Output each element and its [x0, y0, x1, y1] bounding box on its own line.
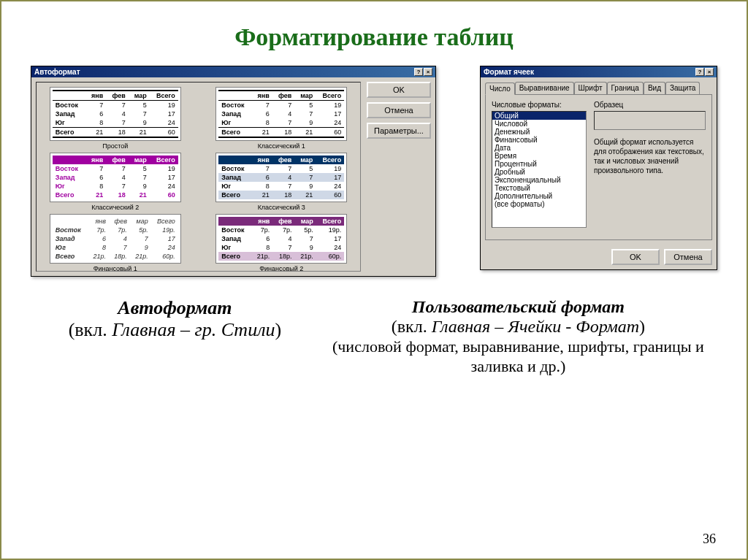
dialogs-row: Автоформат ? × янвфевмарВсегоВосток77519…	[31, 66, 717, 277]
slide-title: Форматирование таблиц	[31, 23, 717, 51]
tab-1[interactable]: Выравнивание	[515, 82, 574, 94]
captions-row: Автоформат (вкл. Главная – гр. Стили) По…	[31, 297, 717, 376]
preview-style-4[interactable]: янвфевмарВсегоВосток7р.7р.5р.19р.Запад64…	[41, 214, 190, 272]
tabs-row: ЧислоВыравниваниеШрифтГраницаВидЗащита	[485, 82, 712, 94]
autoformat-titlebar: Автоформат ? ×	[31, 66, 435, 77]
format-item[interactable]: Дробный	[492, 168, 586, 176]
right-caption-title: Пользовательский формат	[412, 297, 625, 316]
cancel-button[interactable]: Отмена	[367, 102, 431, 118]
tab-0[interactable]: Число	[485, 83, 515, 95]
format-cells-titlebar: Формат ячеек ? ×	[481, 66, 717, 77]
preview-style-0[interactable]: янвфевмарВсегоВосток77519Запад64717Юг879…	[41, 87, 190, 150]
format-cells-dialog: Формат ячеек ? × ЧислоВыравниваниеШрифтГ…	[480, 66, 717, 270]
format-item[interactable]: Время	[492, 152, 586, 160]
preview-style-3[interactable]: янвфевмарВсегоВосток77519Запад64717Юг879…	[207, 153, 356, 211]
format-item[interactable]: Дата	[492, 144, 586, 152]
right-caption-sub1: (вкл. Главная – Ячейки - Формат)	[392, 317, 645, 336]
format-item[interactable]: Общий	[492, 112, 586, 120]
right-caption: Пользовательский формат (вкл. Главная – …	[319, 297, 717, 376]
format-item[interactable]: Денежный	[492, 128, 586, 136]
autoformat-dialog: Автоформат ? × янвфевмарВсегоВосток77519…	[31, 66, 436, 277]
format-item[interactable]: Числовой	[492, 120, 586, 128]
left-caption: Автоформат (вкл. Главная – гр. Стили)	[31, 297, 319, 376]
ok-button[interactable]: OK	[611, 249, 660, 265]
close-icon[interactable]: ×	[705, 68, 714, 76]
help-icon[interactable]: ?	[414, 68, 423, 76]
format-item[interactable]: (все форматы)	[492, 200, 586, 208]
sample-preview	[594, 111, 706, 130]
sample-label: Образец	[594, 101, 706, 109]
preview-style-2[interactable]: янвфевмарВсегоВосток77519Запад64717Юг879…	[41, 153, 190, 211]
close-icon[interactable]: ×	[424, 68, 432, 76]
format-item[interactable]: Дополнительный	[492, 192, 586, 200]
number-format-listbox[interactable]: ОбщийЧисловойДенежныйФинансовыйДатаВремя…	[492, 111, 587, 228]
format-item[interactable]: Экспоненциальный	[492, 176, 586, 184]
format-item[interactable]: Финансовый	[492, 136, 586, 144]
ok-button[interactable]: OK	[367, 82, 431, 98]
preview-style-5[interactable]: янвфевмарВсегоВосток7р.7р.5р.19р.Запад64…	[207, 214, 356, 272]
format-hint: Общий формат используется для отображени…	[594, 137, 706, 175]
tab-3[interactable]: Граница	[607, 82, 644, 94]
left-caption-title: Автоформат	[118, 297, 232, 318]
format-item[interactable]: Процентный	[492, 160, 586, 168]
tab-5[interactable]: Защита	[665, 82, 700, 94]
tab-pane-number: Числовые форматы: ОбщийЧисловойДенежныйФ…	[485, 94, 712, 240]
right-caption-sub2: (числовой формат, выравнивание, шрифты, …	[332, 337, 704, 375]
tab-4[interactable]: Вид	[644, 82, 665, 94]
preview-grid[interactable]: янвфевмарВсегоВосток77519Запад64717Юг879…	[36, 82, 361, 272]
cancel-button[interactable]: Отмена	[664, 249, 712, 265]
autoformat-title: Автоформат	[34, 68, 80, 76]
help-icon[interactable]: ?	[695, 68, 704, 76]
format-item[interactable]: Текстовый	[492, 184, 586, 192]
tab-2[interactable]: Шрифт	[574, 82, 607, 94]
format-cells-title: Формат ячеек	[484, 68, 534, 76]
preview-style-1[interactable]: янвфевмарВсегоВосток77519Запад64717Юг879…	[207, 87, 356, 150]
page-number: 36	[703, 532, 716, 547]
formats-label: Числовые форматы:	[492, 101, 587, 109]
options-button[interactable]: Параметры...	[367, 123, 431, 139]
left-caption-sub: (вкл. Главная – гр. Стили)	[69, 319, 282, 340]
